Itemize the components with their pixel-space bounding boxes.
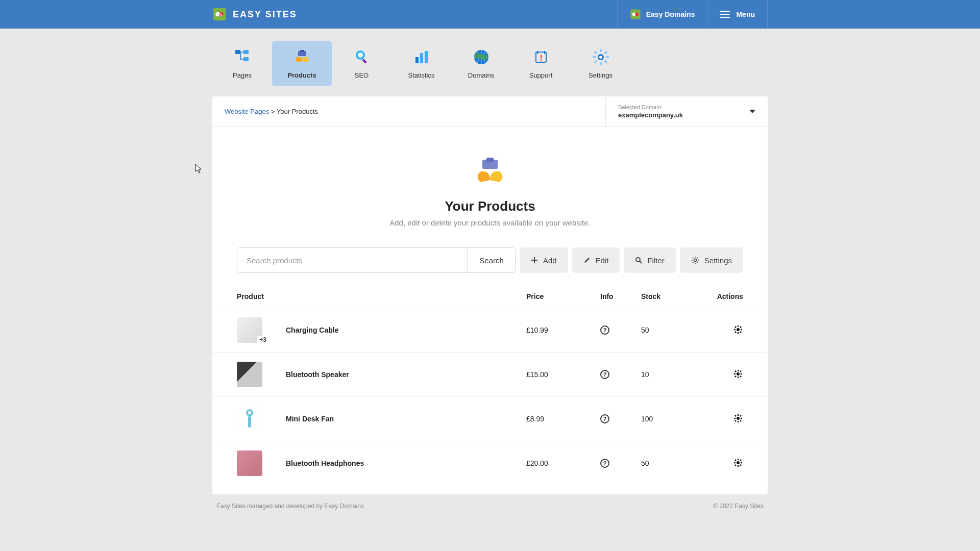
nav-tab-label: Domains bbox=[468, 71, 494, 79]
product-thumbnail[interactable]: +3 bbox=[237, 317, 262, 343]
product-thumbnail[interactable] bbox=[237, 362, 262, 387]
svg-rect-10 bbox=[300, 50, 304, 52]
svg-rect-25 bbox=[600, 49, 602, 52]
search-button[interactable]: Search bbox=[468, 248, 515, 272]
main-nav: Pages Products SEO Statistics Domains bbox=[212, 29, 768, 86]
product-stock: 50 bbox=[641, 326, 702, 334]
thumb-badge: +3 bbox=[257, 336, 268, 344]
svg-rect-26 bbox=[600, 62, 602, 65]
th-stock: Stock bbox=[641, 292, 702, 300]
info-icon[interactable]: ? bbox=[600, 414, 609, 423]
easy-domains-label: Easy Domains bbox=[646, 10, 695, 18]
svg-point-2 bbox=[219, 12, 224, 17]
gear-icon bbox=[691, 256, 699, 264]
nav-tab-seo[interactable]: SEO bbox=[332, 41, 391, 86]
logo[interactable]: EASY SITES bbox=[212, 7, 297, 21]
product-thumbnail[interactable] bbox=[237, 450, 262, 476]
products-icon bbox=[293, 48, 311, 66]
svg-rect-31 bbox=[604, 51, 607, 54]
product-thumbnail[interactable] bbox=[237, 406, 262, 432]
filter-button[interactable]: Filter bbox=[624, 247, 675, 273]
content-card: Website Pages > Your Products Selected D… bbox=[212, 96, 768, 494]
svg-point-5 bbox=[635, 13, 639, 16]
th-actions: Actions bbox=[702, 292, 743, 300]
svg-rect-41 bbox=[248, 416, 251, 428]
row-actions-icon[interactable] bbox=[733, 413, 743, 423]
domain-selector-value: examplecompany.uk bbox=[618, 111, 683, 119]
product-name[interactable]: Charging Cable bbox=[286, 326, 526, 334]
table-row: Bluetooth Headphones £20.00 ? 50 bbox=[212, 441, 768, 494]
menu-button[interactable]: Menu bbox=[707, 0, 768, 29]
pencil-icon bbox=[583, 257, 591, 264]
add-button[interactable]: Add bbox=[520, 247, 568, 273]
settings-button[interactable]: Settings bbox=[680, 247, 743, 273]
svg-rect-20 bbox=[544, 51, 545, 54]
hero-section: Your Products Add, edit or delete your p… bbox=[212, 127, 768, 247]
edit-button[interactable]: Edit bbox=[572, 247, 620, 273]
th-product: Product bbox=[237, 292, 526, 300]
svg-rect-14 bbox=[415, 57, 419, 63]
nav-tab-domains[interactable]: Domains bbox=[451, 41, 511, 86]
toolbar: Search Add Edit Filter Settings bbox=[212, 247, 768, 285]
product-price: £15.00 bbox=[526, 370, 600, 379]
breadcrumb-sep: > bbox=[271, 108, 275, 115]
svg-rect-21 bbox=[541, 55, 542, 59]
nav-tab-label: SEO bbox=[355, 71, 369, 79]
page-title: Your Products bbox=[212, 198, 768, 214]
product-name[interactable]: Bluetooth Speaker bbox=[286, 370, 526, 379]
products-table: Product Price Info Stock Actions +3 Char… bbox=[212, 285, 768, 494]
plus-icon bbox=[531, 257, 538, 264]
easy-domains-link[interactable]: Easy Domains bbox=[617, 0, 707, 29]
row-actions-icon[interactable] bbox=[733, 458, 743, 468]
product-name[interactable]: Mini Desk Fan bbox=[286, 415, 526, 423]
nav-tab-label: Pages bbox=[233, 71, 252, 79]
svg-point-24 bbox=[599, 56, 602, 59]
svg-rect-8 bbox=[243, 57, 249, 61]
domain-selector[interactable]: Selected Domain: examplecompany.uk bbox=[605, 97, 768, 126]
table-header: Product Price Info Stock Actions bbox=[212, 285, 768, 308]
row-actions-icon[interactable] bbox=[733, 324, 743, 335]
nav-tab-pages[interactable]: Pages bbox=[212, 41, 272, 86]
info-icon[interactable]: ? bbox=[600, 325, 609, 335]
svg-rect-7 bbox=[243, 50, 249, 54]
table-row: Mini Desk Fan £8.99 ? 100 bbox=[212, 396, 768, 441]
search-box: Search bbox=[237, 247, 516, 273]
add-label: Add bbox=[543, 256, 557, 265]
nav-tab-label: Products bbox=[287, 71, 316, 79]
chevron-down-icon bbox=[749, 110, 755, 113]
svg-point-37 bbox=[737, 328, 740, 331]
seo-icon bbox=[353, 48, 371, 66]
svg-point-36 bbox=[694, 259, 696, 262]
product-price: £10.99 bbox=[526, 326, 600, 334]
product-stock: 50 bbox=[641, 459, 702, 467]
info-icon[interactable]: ? bbox=[600, 370, 609, 379]
breadcrumb-current: Your Products bbox=[277, 108, 318, 115]
domains-icon bbox=[472, 48, 491, 66]
table-row: +3 Charging Cable £10.99 ? 50 bbox=[212, 308, 768, 352]
nav-tab-settings[interactable]: Settings bbox=[571, 41, 630, 86]
nav-tab-support[interactable]: Support bbox=[511, 41, 571, 86]
svg-rect-28 bbox=[606, 56, 609, 58]
search-input[interactable] bbox=[237, 248, 468, 272]
table-row: Bluetooth Speaker £15.00 ? 10 bbox=[212, 352, 768, 396]
settings-label: Settings bbox=[704, 256, 732, 265]
magnifier-icon bbox=[635, 257, 642, 264]
row-actions-icon[interactable] bbox=[733, 369, 743, 379]
nav-tab-statistics[interactable]: Statistics bbox=[391, 41, 451, 86]
breadcrumb: Website Pages > Your Products bbox=[212, 96, 605, 127]
statistics-icon bbox=[412, 48, 431, 66]
svg-rect-13 bbox=[362, 59, 367, 64]
nav-tab-products[interactable]: Products bbox=[272, 41, 332, 86]
product-stock: 10 bbox=[641, 370, 702, 379]
svg-rect-19 bbox=[537, 51, 538, 54]
nav-tab-label: Settings bbox=[589, 71, 612, 79]
info-icon[interactable]: ? bbox=[600, 459, 609, 468]
product-name[interactable]: Bluetooth Headphones bbox=[286, 459, 526, 467]
svg-point-22 bbox=[540, 60, 542, 61]
settings-icon bbox=[592, 48, 610, 66]
footer: Easy Sites managed and developed by Easy… bbox=[212, 494, 768, 518]
svg-point-35 bbox=[636, 258, 640, 262]
footer-right: © 2022 Easy Sites bbox=[713, 503, 764, 510]
product-stock: 100 bbox=[641, 415, 702, 423]
breadcrumb-root-link[interactable]: Website Pages bbox=[225, 108, 269, 115]
